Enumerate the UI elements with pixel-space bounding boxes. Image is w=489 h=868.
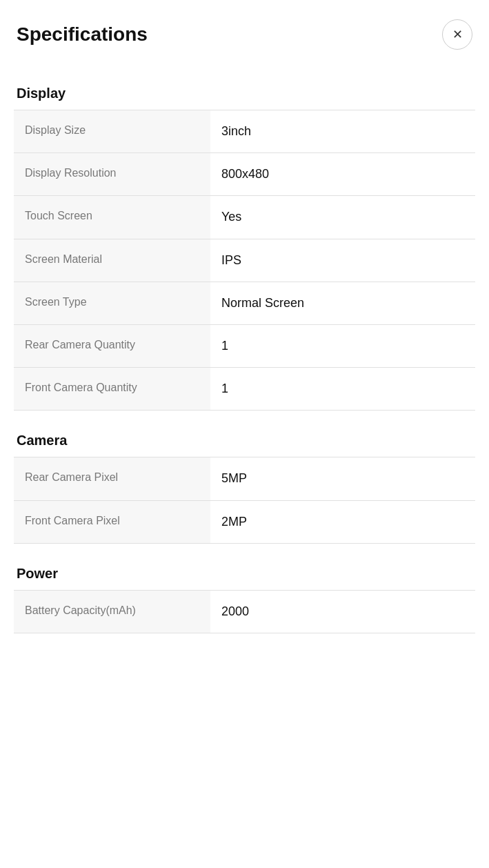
specifications-panel: Specifications ✕ DisplayDisplay Size3inc… [0,0,489,868]
page-title: Specifications [17,23,148,46]
table-row: Front Camera Pixel2MP [14,501,475,544]
spec-label: Screen Material [14,239,210,282]
table-row: Rear Camera Pixel5MP [14,457,475,500]
spec-value: 1 [210,325,475,367]
section-camera: CameraRear Camera Pixel5MPFront Camera P… [0,433,489,543]
close-button[interactable]: ✕ [442,19,472,50]
table-row: Display Size3inch [14,110,475,153]
spec-label: Front Camera Quantity [14,368,210,410]
spec-table-power: Battery Capacity(mAh)2000 [14,590,475,633]
close-icon: ✕ [452,27,463,42]
spec-label: Screen Type [14,282,210,324]
table-row: Front Camera Quantity1 [14,368,475,411]
spec-table-display: Display Size3inchDisplay Resolution800x4… [14,110,475,411]
section-display: DisplayDisplay Size3inchDisplay Resoluti… [0,86,489,411]
section-title-display: Display [14,86,475,101]
spec-value: 1 [210,368,475,410]
table-row: Screen MaterialIPS [14,239,475,282]
sections-container: DisplayDisplay Size3inchDisplay Resoluti… [0,86,489,633]
spec-label: Front Camera Pixel [14,501,210,543]
spec-value: IPS [210,239,475,282]
panel-header: Specifications ✕ [0,0,489,63]
table-row: Touch ScreenYes [14,196,475,239]
spec-label: Battery Capacity(mAh) [14,591,210,633]
table-row: Battery Capacity(mAh)2000 [14,591,475,633]
spec-table-camera: Rear Camera Pixel5MPFront Camera Pixel2M… [14,457,475,543]
spec-label: Rear Camera Pixel [14,457,210,500]
spec-label: Display Resolution [14,153,210,195]
spec-value: 2MP [210,501,475,543]
spec-value: Normal Screen [210,282,475,324]
spec-label: Touch Screen [14,196,210,238]
spec-value: 3inch [210,110,475,152]
section-title-camera: Camera [14,433,475,448]
spec-value: 5MP [210,457,475,500]
spec-value: Yes [210,196,475,238]
section-power: PowerBattery Capacity(mAh)2000 [0,566,489,633]
spec-label: Rear Camera Quantity [14,325,210,367]
spec-value: 2000 [210,591,475,633]
table-row: Rear Camera Quantity1 [14,325,475,368]
section-title-power: Power [14,566,475,582]
spec-label: Display Size [14,110,210,152]
table-row: Screen TypeNormal Screen [14,282,475,325]
table-row: Display Resolution800x480 [14,153,475,196]
spec-value: 800x480 [210,153,475,195]
